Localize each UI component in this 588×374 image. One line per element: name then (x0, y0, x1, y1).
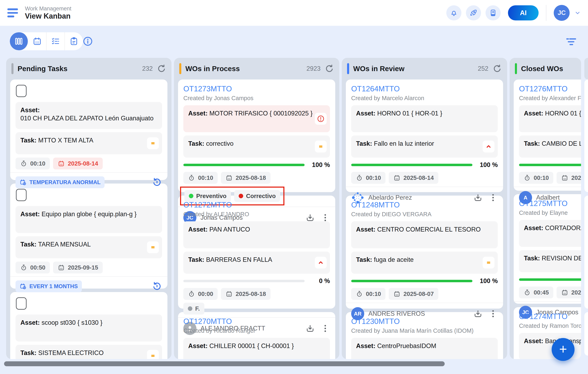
workorder-link[interactable]: OT1274MTTO (519, 312, 581, 321)
due-date-chip: 2025-08-07 (389, 288, 438, 300)
asset-value: CHILLER 00001 { CH-00001 } (209, 342, 294, 350)
workorder-link[interactable]: OT1272MTTO (183, 200, 330, 209)
tab-worksheet-view[interactable] (65, 32, 83, 50)
task-checkbox[interactable] (16, 189, 27, 201)
workorder-link[interactable]: OT1248MTTO (351, 200, 498, 209)
user-menu-button[interactable] (574, 9, 581, 16)
duration-chip: 00:50 (16, 262, 50, 274)
launcher-button[interactable] (466, 5, 481, 21)
refresh-button[interactable] (325, 64, 334, 73)
asset-field: Asset: HORNO 01 { HOR-01 } (351, 105, 498, 132)
card-footer: EVERY 1 MONTHS (10, 276, 168, 292)
history-button[interactable] (152, 281, 162, 291)
duration-chip: 00:10 (351, 172, 386, 184)
asset-field: Asset: CORTADORA DE C (519, 220, 581, 247)
task-card[interactable]: Asset: scoop st030 { s1030 } Task: SISTE… (10, 292, 168, 359)
progress: 0 % (183, 277, 330, 285)
refresh-button[interactable] (157, 64, 166, 73)
red-dot-icon (239, 194, 243, 198)
info-button[interactable] (83, 36, 93, 47)
workorder-card[interactable]: OT1273MTTO Created by Jonas Campos Asset… (178, 79, 335, 192)
legend-corrective: Correctivo (234, 190, 280, 202)
tab-kanban-view[interactable] (10, 32, 28, 50)
workorder-card[interactable]: OT1272MTTO Created by ALEJANDRO Asset: P… (178, 196, 335, 308)
priority-medium-icon (147, 137, 159, 149)
duration-chip: 00:45 (519, 286, 553, 298)
priority-medium-icon (483, 257, 494, 269)
duration-value: 00:50 (30, 264, 45, 271)
due-date-chip: 2022-02-14 (556, 286, 581, 298)
task-value: REVISION DE CUCH (542, 255, 581, 262)
trigger-label: TEMPERATURA ANORMAL (29, 179, 100, 186)
workorder-card[interactable]: OT1275MTTO Created by Elayne Asset: CORT… (514, 194, 581, 304)
calendar-icon (561, 289, 568, 296)
calendar-icon (58, 160, 65, 167)
workorder-link[interactable]: OT1270MTTO (183, 317, 330, 326)
progress-value: 0 % (310, 277, 330, 285)
task-card[interactable]: Asset: Equipo plan globe { equip.plan-g … (10, 184, 168, 289)
column-wos-in-review: WOs in Review 252 OT1264MTTO Created by … (342, 58, 507, 359)
task-field: Task: SISTEMA ELECTRICO (16, 345, 162, 359)
info-icon (83, 36, 93, 47)
calendar-icon (58, 264, 65, 271)
page-title: View Kanban (25, 12, 72, 21)
calendar-icon (393, 290, 400, 297)
progress: 100 % (519, 161, 581, 169)
assignee-name: Abelardo Perez (368, 194, 469, 201)
notifications-button[interactable] (446, 5, 462, 21)
user-avatar[interactable]: JC (554, 5, 570, 21)
calendar-clock-icon (20, 283, 27, 290)
column-title: WOs in Review (353, 65, 404, 73)
created-by: Created by ALEJANDRO (183, 210, 330, 218)
divider (546, 5, 546, 21)
workorder-link[interactable]: OT1264MTTO (351, 84, 498, 93)
tab-list-view[interactable] (47, 32, 65, 50)
stopwatch-icon (188, 174, 195, 181)
tab-calendar-view[interactable] (28, 32, 47, 50)
column-title: Pending Tasks (18, 65, 67, 73)
workorder-link[interactable]: OT1230MTTO (351, 317, 498, 326)
task-field: Task: correctivo (183, 135, 330, 158)
column-accent-bar (347, 63, 349, 74)
ai-assistant-button[interactable]: AI (508, 5, 539, 21)
duration-chip: 00:00 (183, 288, 218, 300)
asset-value: 010 CH PLAZA DEL ZAPATO León Guanajuato (21, 115, 154, 122)
add-workorder-fab[interactable]: + (552, 338, 575, 361)
rocket-icon (470, 9, 477, 17)
due-date-chip: 2025-08-18 (221, 288, 270, 300)
column-count: 2923 (306, 65, 321, 72)
duration-chip: 00:10 (16, 158, 50, 169)
task-checkbox[interactable] (16, 85, 27, 97)
workorder-link[interactable]: OT1276MTTO (519, 84, 581, 93)
history-button[interactable] (152, 177, 162, 187)
workorder-card[interactable]: OT1248MTTO Created by DIEGO VERGARA Asse… (346, 196, 503, 308)
task-card[interactable]: Asset: 010 CH PLAZA DEL ZAPATO León Guan… (10, 79, 168, 180)
workorder-link[interactable]: OT1275MTTO (519, 199, 581, 208)
duration-chip: 00:10 (183, 172, 218, 184)
hamburger-menu-icon[interactable] (7, 8, 19, 17)
horizontal-scrollbar[interactable] (4, 361, 445, 366)
asset-field: Asset: CHILLER 00001 { CH-00001 } (183, 338, 330, 359)
stopwatch-icon (524, 174, 531, 181)
due-date-chip: 2025-08-14 (53, 158, 103, 169)
filter-button[interactable] (565, 36, 577, 48)
task-value: SISTEMA ELECTRICO (38, 349, 104, 356)
workorder-link[interactable]: OT1273MTTO (183, 84, 330, 93)
created-by: Created by Juana María Marín Cotillas (I… (351, 327, 498, 335)
history-icon (152, 177, 162, 187)
task-checkbox[interactable] (16, 297, 27, 310)
task-label: Task: (21, 137, 37, 144)
created-by: Created by Ramon Toro (519, 322, 581, 330)
refresh-button[interactable] (493, 64, 502, 73)
workorder-card[interactable]: OT1276MTTO Created by Alexander Fuente A… (514, 79, 581, 191)
journal-icon (489, 9, 497, 17)
due-date-chip: 2025-09-15 (53, 262, 103, 274)
workorder-card[interactable]: OT1264MTTO Created by Marcelo Alarcon As… (346, 79, 503, 192)
asset-value: PAN ANTUCO (209, 226, 250, 233)
column-wos-in-process: WOs in Process 2923 OT1273MTTO Created b… (174, 58, 339, 359)
workorder-card[interactable]: OT1230MTTO Created by Juana María Marín … (346, 312, 503, 359)
notes-button[interactable] (485, 5, 501, 21)
workorder-card[interactable]: OT1270MTTO Created by Ricardo Rangel Ass… (178, 312, 335, 359)
trigger-chip: TEMPERATURA ANORMAL (16, 176, 105, 188)
status-tag-chip: F. (183, 303, 204, 315)
